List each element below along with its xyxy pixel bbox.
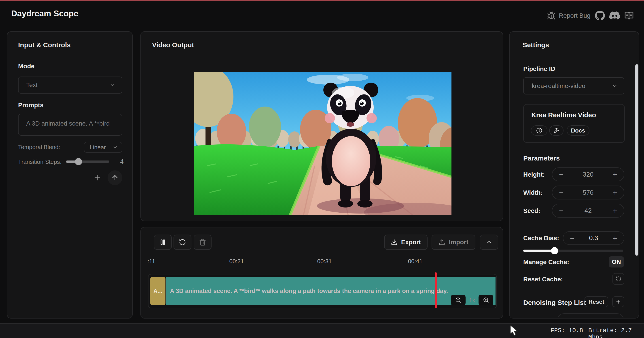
clip-prompt-text: A 3D animated scene. A **bird** walks al…: [170, 288, 448, 294]
timeline-track[interactable]: A... A 3D animated scene. A **bird** wal…: [148, 274, 497, 308]
ruler-tick-0: :11: [148, 258, 155, 265]
parameters-title: Parameters: [523, 154, 560, 162]
pipeline-id-select[interactable]: krea-realtime-video: [523, 77, 624, 95]
pipeline-id-label: Pipeline ID: [523, 65, 555, 73]
denoising-step-list-label: Denoising Step List: [523, 299, 586, 306]
denoising-add-button[interactable]: [612, 296, 624, 307]
width-label: Width:: [523, 189, 543, 196]
reset-cache-button[interactable]: [612, 273, 624, 285]
pipeline-id-value: krea-realtime-video: [532, 82, 586, 90]
height-stepper: − 320 +: [552, 167, 624, 181]
mode-select-value: Text: [26, 82, 38, 89]
mode-select[interactable]: Text: [18, 77, 122, 94]
transition-steps-label: Transition Steps:: [18, 158, 62, 165]
manage-cache-label: Manage Cache:: [523, 258, 569, 266]
app-title: Daydream Scope: [11, 9, 78, 18]
discord-icon: [609, 12, 620, 20]
mode-label: Mode: [18, 63, 34, 70]
add-prompt-button[interactable]: [92, 173, 102, 183]
clipped-stepper: [557, 313, 624, 318]
video-output-panel: Video Output: [140, 31, 503, 221]
timeline-zoom-out-button[interactable]: [451, 295, 466, 305]
rotate-ccw-icon: [179, 239, 186, 246]
info-icon: [536, 128, 542, 134]
temporal-blend-select[interactable]: Linear: [84, 142, 122, 153]
timeline-zoom-in-button[interactable]: [478, 295, 493, 305]
temporal-blend-value: Linear: [90, 144, 106, 151]
minus-icon[interactable]: −: [570, 234, 574, 242]
minus-icon[interactable]: −: [559, 171, 564, 178]
plus-icon: [93, 174, 101, 182]
transition-steps-value: 4: [118, 158, 126, 165]
input-controls-panel: Input & Controls Mode Text Prompts A 3D …: [7, 31, 132, 318]
pipeline-build-button[interactable]: [549, 125, 564, 136]
video-panel-title: Video Output: [152, 41, 194, 49]
plus-icon: [616, 299, 621, 305]
ruler-tick-1: 00:21: [228, 258, 246, 265]
seed-label: Seed:: [523, 207, 540, 214]
submit-prompt-button[interactable]: [108, 170, 122, 185]
prompt-input-text: A 3D animated scene. A **bird: [26, 120, 122, 127]
slider-fill: [523, 250, 554, 252]
settings-scrollbar[interactable]: [635, 64, 638, 256]
bug-icon: [547, 11, 556, 20]
minus-icon[interactable]: −: [559, 189, 564, 196]
settings-panel: Settings Pipeline ID krea-realtime-video…: [509, 31, 639, 318]
plus-icon[interactable]: +: [613, 189, 617, 196]
mouse-cursor: [510, 324, 521, 337]
report-bug-button[interactable]: Report Bug: [547, 11, 590, 20]
report-bug-label: Report Bug: [559, 12, 590, 19]
restart-button[interactable]: [174, 235, 192, 250]
pipeline-docs-button[interactable]: Docs: [567, 125, 590, 136]
slider-handle[interactable]: [551, 247, 558, 254]
pipeline-info-button[interactable]: [531, 125, 548, 136]
github-link[interactable]: [595, 11, 605, 21]
chevron-down-icon: [612, 83, 618, 89]
app-window: Daydream Scope Report Bug Input & Contro…: [0, 0, 644, 338]
ruler-tick-2: 00:31: [316, 258, 334, 265]
input-panel-title: Input & Controls: [18, 41, 71, 49]
height-label: Height:: [523, 171, 545, 178]
slider-handle[interactable]: [75, 158, 82, 165]
temporal-blend-label: Temporal Blend:: [18, 144, 60, 151]
seed-value[interactable]: 42: [584, 207, 592, 214]
timeline-clip[interactable]: A 3D animated scene. A **bird** walks al…: [166, 277, 496, 305]
plus-icon[interactable]: +: [613, 207, 617, 214]
import-label: Import: [449, 239, 468, 246]
prompts-label: Prompts: [18, 102, 44, 109]
plus-icon[interactable]: +: [613, 234, 617, 242]
playhead[interactable]: [435, 272, 437, 308]
pipeline-card: Krea Realtime Video Docs: [523, 104, 625, 143]
minus-icon[interactable]: −: [559, 207, 564, 214]
height-value[interactable]: 320: [583, 171, 594, 178]
prompt-input[interactable]: A 3D animated scene. A **bird: [18, 114, 122, 136]
denoising-reset-button[interactable]: Reset: [584, 296, 608, 307]
width-stepper: − 576 +: [552, 186, 624, 199]
timeline-zoom-level: 1x: [467, 297, 477, 304]
transition-steps-slider[interactable]: [66, 161, 109, 163]
status-bar: FPS: 10.8 Bitrate: 2.7 Mbps: [0, 323, 644, 338]
collapse-timeline-button[interactable]: [480, 235, 498, 250]
top-accent-stripe: [0, 0, 644, 1]
github-icon: [595, 11, 605, 21]
denoising-reset-label: Reset: [588, 298, 604, 305]
cache-bias-slider[interactable]: [523, 250, 623, 252]
pause-button[interactable]: [154, 235, 172, 250]
plus-icon[interactable]: +: [613, 171, 617, 178]
export-button[interactable]: Export: [384, 235, 428, 250]
import-button[interactable]: Import: [432, 235, 476, 250]
pause-icon: [159, 239, 166, 246]
docs-link[interactable]: [624, 11, 634, 20]
cache-bias-value[interactable]: 0.3: [589, 234, 598, 242]
width-value[interactable]: 576: [583, 189, 594, 196]
discord-link[interactable]: [609, 12, 620, 20]
book-open-icon: [624, 11, 634, 20]
hammer-icon: [554, 128, 559, 133]
bitrate-readout: Bitrate: 2.7 Mbps: [588, 327, 644, 338]
delete-button[interactable]: [194, 235, 212, 250]
cache-bias-stepper: − 0.3 +: [563, 231, 624, 245]
clip-badge[interactable]: A...: [150, 277, 166, 305]
manage-cache-toggle[interactable]: ON: [609, 256, 624, 267]
ruler-tick-3: 00:41: [406, 258, 424, 265]
download-icon: [391, 239, 398, 245]
